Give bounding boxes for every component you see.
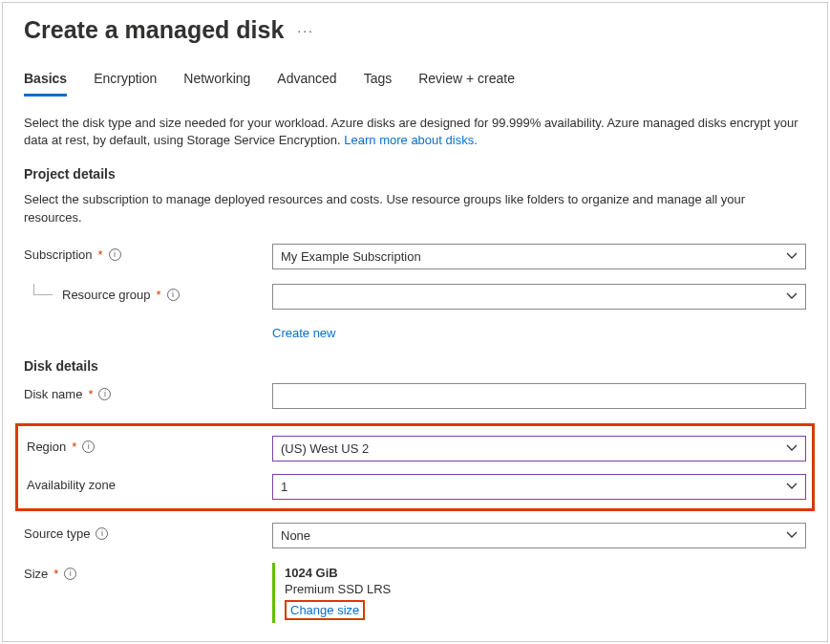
availability-zone-select[interactable]: 1 (272, 474, 806, 500)
subscription-value: My Example Subscription (281, 249, 421, 264)
required-mark: * (88, 387, 93, 401)
create-new-rg-link[interactable]: Create new (272, 326, 335, 340)
source-type-select[interactable]: None (272, 523, 806, 548)
subscription-select[interactable]: My Example Subscription (272, 244, 806, 269)
availability-zone-value: 1 (281, 480, 287, 494)
resource-group-select[interactable] (272, 284, 806, 310)
info-icon[interactable]: i (82, 440, 95, 453)
change-size-link[interactable]: Change size (285, 600, 365, 620)
tab-tags[interactable]: Tags (364, 71, 393, 97)
source-type-label: Source type (24, 526, 90, 541)
chevron-down-icon (786, 529, 798, 541)
info-icon[interactable]: i (167, 289, 180, 301)
info-icon[interactable]: i (64, 568, 76, 580)
disk-name-label: Disk name (24, 387, 82, 401)
tab-networking[interactable]: Networking (183, 71, 250, 97)
page-title: Create a managed disk (24, 16, 284, 44)
resource-group-label: Resource group (62, 288, 151, 302)
more-actions-button[interactable]: ··· (297, 23, 314, 38)
chevron-down-icon (786, 481, 798, 492)
required-mark: * (157, 288, 161, 302)
region-label: Region (27, 440, 66, 454)
tab-advanced[interactable]: Advanced (277, 71, 336, 97)
chevron-down-icon (786, 250, 798, 262)
chevron-down-icon (786, 442, 798, 454)
source-type-value: None (281, 528, 310, 543)
size-tier: Premium SSD LRS (285, 582, 806, 596)
info-icon[interactable]: i (109, 248, 121, 261)
tab-review-create[interactable]: Review + create (418, 71, 515, 97)
region-select[interactable]: (US) West US 2 (272, 436, 806, 462)
required-mark: * (98, 247, 103, 262)
required-mark: * (72, 440, 76, 454)
tab-bar: Basics Encryption Networking Advanced Ta… (24, 71, 806, 97)
availability-zone-label: Availability zone (27, 478, 116, 492)
region-value: (US) West US 2 (281, 441, 369, 456)
tab-basics[interactable]: Basics (24, 71, 67, 97)
disk-name-input[interactable] (272, 383, 806, 409)
tab-encryption[interactable]: Encryption (94, 71, 157, 97)
project-details-heading: Project details (24, 166, 806, 182)
subscription-label: Subscription (24, 247, 93, 262)
project-details-sub: Select the subscription to manage deploy… (24, 191, 806, 225)
size-label: Size (24, 567, 48, 581)
tree-connector (33, 284, 53, 295)
size-summary: 1024 GiB Premium SSD LRS Change size (272, 563, 806, 623)
chevron-down-icon (786, 290, 798, 302)
size-value: 1024 GiB (285, 566, 806, 580)
info-icon[interactable]: i (98, 388, 111, 400)
learn-more-link[interactable]: Learn more about disks. (344, 133, 477, 147)
disk-details-heading: Disk details (24, 358, 806, 374)
info-icon[interactable]: i (96, 527, 108, 540)
region-az-highlight: Region * i (US) West US 2 Availability z… (15, 423, 815, 511)
intro-text: Select the disk type and size needed for… (24, 115, 806, 149)
required-mark: * (53, 567, 58, 581)
